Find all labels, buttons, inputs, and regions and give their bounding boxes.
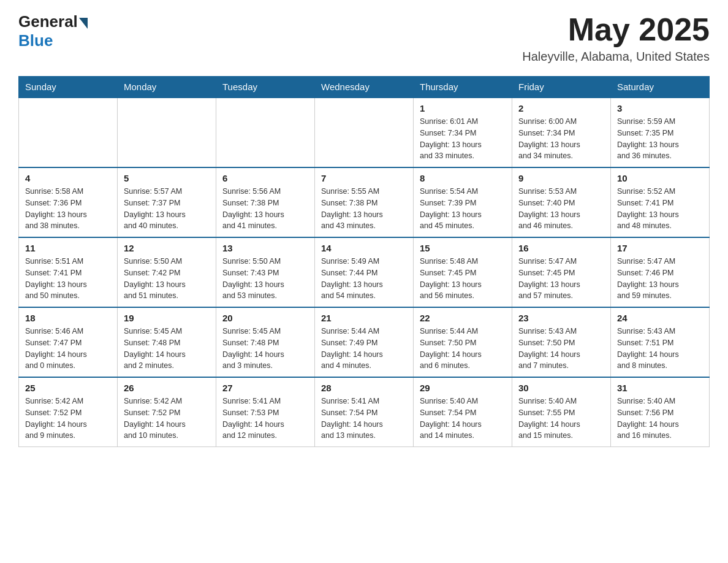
day-number: 13 [222, 243, 308, 253]
day-info: Sunrise: 5:49 AMSunset: 7:44 PMDaylight:… [321, 256, 407, 302]
day-info: Sunrise: 5:45 AMSunset: 7:48 PMDaylight:… [222, 326, 308, 372]
day-number: 12 [124, 243, 210, 253]
title-area: May 2025 Haleyville, Alabama, United Sta… [522, 12, 710, 64]
day-info: Sunrise: 5:44 AMSunset: 7:49 PMDaylight:… [321, 326, 407, 372]
calendar-day-cell [315, 98, 414, 167]
day-number: 26 [124, 383, 210, 393]
day-number: 20 [222, 313, 308, 323]
day-info: Sunrise: 5:59 AMSunset: 7:35 PMDaylight:… [617, 116, 703, 162]
day-of-week-header: Thursday [414, 77, 512, 98]
day-info: Sunrise: 5:51 AMSunset: 7:41 PMDaylight:… [25, 256, 111, 302]
day-info: Sunrise: 5:41 AMSunset: 7:53 PMDaylight:… [222, 396, 308, 442]
day-number: 21 [321, 313, 407, 323]
calendar-day-cell: 20Sunrise: 5:45 AMSunset: 7:48 PMDayligh… [216, 307, 315, 377]
day-info: Sunrise: 5:47 AMSunset: 7:45 PMDaylight:… [518, 256, 604, 302]
day-number: 29 [420, 383, 506, 393]
day-info: Sunrise: 5:46 AMSunset: 7:47 PMDaylight:… [25, 326, 111, 372]
calendar-day-cell: 8Sunrise: 5:54 AMSunset: 7:39 PMDaylight… [414, 167, 512, 237]
calendar-day-cell: 24Sunrise: 5:43 AMSunset: 7:51 PMDayligh… [611, 307, 710, 377]
calendar-day-cell: 6Sunrise: 5:56 AMSunset: 7:38 PMDaylight… [216, 167, 315, 237]
calendar-week-row: 4Sunrise: 5:58 AMSunset: 7:36 PMDaylight… [19, 167, 710, 237]
calendar-day-cell: 18Sunrise: 5:46 AMSunset: 7:47 PMDayligh… [19, 307, 118, 377]
calendar-day-cell [216, 98, 315, 167]
day-number: 16 [518, 243, 604, 253]
calendar-week-row: 1Sunrise: 6:01 AMSunset: 7:34 PMDaylight… [19, 98, 710, 167]
day-info: Sunrise: 5:40 AMSunset: 7:56 PMDaylight:… [617, 396, 703, 442]
calendar-day-cell: 15Sunrise: 5:48 AMSunset: 7:45 PMDayligh… [414, 237, 512, 307]
calendar-day-cell: 25Sunrise: 5:42 AMSunset: 7:52 PMDayligh… [19, 377, 118, 447]
calendar-day-cell: 26Sunrise: 5:42 AMSunset: 7:52 PMDayligh… [118, 377, 216, 447]
calendar-table: SundayMondayTuesdayWednesdayThursdayFrid… [18, 76, 710, 447]
day-number: 6 [222, 173, 308, 183]
calendar-day-cell: 29Sunrise: 5:40 AMSunset: 7:54 PMDayligh… [414, 377, 512, 447]
day-number: 17 [617, 243, 703, 253]
day-number: 18 [25, 313, 111, 323]
day-number: 1 [420, 103, 506, 113]
logo-blue-text: Blue [18, 31, 53, 50]
day-info: Sunrise: 5:40 AMSunset: 7:54 PMDaylight:… [420, 396, 506, 442]
day-number: 4 [25, 173, 111, 183]
day-info: Sunrise: 6:01 AMSunset: 7:34 PMDaylight:… [420, 116, 506, 162]
calendar-day-cell [19, 98, 118, 167]
day-info: Sunrise: 5:42 AMSunset: 7:52 PMDaylight:… [25, 396, 111, 442]
day-info: Sunrise: 5:44 AMSunset: 7:50 PMDaylight:… [420, 326, 506, 372]
day-info: Sunrise: 5:48 AMSunset: 7:45 PMDaylight:… [420, 256, 506, 302]
day-info: Sunrise: 5:43 AMSunset: 7:51 PMDaylight:… [617, 326, 703, 372]
day-of-week-header: Wednesday [315, 77, 414, 98]
day-info: Sunrise: 6:00 AMSunset: 7:34 PMDaylight:… [518, 116, 604, 162]
calendar-week-row: 18Sunrise: 5:46 AMSunset: 7:47 PMDayligh… [19, 307, 710, 377]
calendar-day-cell: 17Sunrise: 5:47 AMSunset: 7:46 PMDayligh… [611, 237, 710, 307]
day-of-week-header: Friday [512, 77, 611, 98]
month-year-title: May 2025 [522, 12, 710, 47]
calendar-day-cell: 3Sunrise: 5:59 AMSunset: 7:35 PMDaylight… [611, 98, 710, 167]
day-info: Sunrise: 5:40 AMSunset: 7:55 PMDaylight:… [518, 396, 604, 442]
calendar-day-cell: 28Sunrise: 5:41 AMSunset: 7:54 PMDayligh… [315, 377, 414, 447]
day-info: Sunrise: 5:55 AMSunset: 7:38 PMDaylight:… [321, 186, 407, 232]
day-info: Sunrise: 5:57 AMSunset: 7:37 PMDaylight:… [124, 186, 210, 232]
calendar-day-cell: 13Sunrise: 5:50 AMSunset: 7:43 PMDayligh… [216, 237, 315, 307]
day-number: 27 [222, 383, 308, 393]
logo-arrow-icon [79, 18, 88, 29]
location-subtitle: Haleyville, Alabama, United States [522, 50, 710, 64]
page-header: General Blue May 2025 Haleyville, Alabam… [18, 12, 710, 64]
day-info: Sunrise: 5:56 AMSunset: 7:38 PMDaylight:… [222, 186, 308, 232]
calendar-day-cell: 16Sunrise: 5:47 AMSunset: 7:45 PMDayligh… [512, 237, 611, 307]
calendar-day-cell [118, 98, 216, 167]
day-number: 8 [420, 173, 506, 183]
calendar-day-cell: 14Sunrise: 5:49 AMSunset: 7:44 PMDayligh… [315, 237, 414, 307]
calendar-day-cell: 31Sunrise: 5:40 AMSunset: 7:56 PMDayligh… [611, 377, 710, 447]
day-number: 10 [617, 173, 703, 183]
day-number: 28 [321, 383, 407, 393]
day-info: Sunrise: 5:53 AMSunset: 7:40 PMDaylight:… [518, 186, 604, 232]
calendar-day-cell: 7Sunrise: 5:55 AMSunset: 7:38 PMDaylight… [315, 167, 414, 237]
calendar-day-cell: 19Sunrise: 5:45 AMSunset: 7:48 PMDayligh… [118, 307, 216, 377]
calendar-day-cell: 30Sunrise: 5:40 AMSunset: 7:55 PMDayligh… [512, 377, 611, 447]
day-info: Sunrise: 5:42 AMSunset: 7:52 PMDaylight:… [124, 396, 210, 442]
day-number: 25 [25, 383, 111, 393]
calendar-day-cell: 27Sunrise: 5:41 AMSunset: 7:53 PMDayligh… [216, 377, 315, 447]
day-of-week-header: Tuesday [216, 77, 315, 98]
day-info: Sunrise: 5:54 AMSunset: 7:39 PMDaylight:… [420, 186, 506, 232]
day-number: 15 [420, 243, 506, 253]
day-number: 3 [617, 103, 703, 113]
day-number: 23 [518, 313, 604, 323]
day-info: Sunrise: 5:41 AMSunset: 7:54 PMDaylight:… [321, 396, 407, 442]
calendar-day-cell: 10Sunrise: 5:52 AMSunset: 7:41 PMDayligh… [611, 167, 710, 237]
day-number: 7 [321, 173, 407, 183]
day-number: 22 [420, 313, 506, 323]
day-info: Sunrise: 5:52 AMSunset: 7:41 PMDaylight:… [617, 186, 703, 232]
calendar-day-cell: 11Sunrise: 5:51 AMSunset: 7:41 PMDayligh… [19, 237, 118, 307]
day-info: Sunrise: 5:50 AMSunset: 7:42 PMDaylight:… [124, 256, 210, 302]
calendar-day-cell: 2Sunrise: 6:00 AMSunset: 7:34 PMDaylight… [512, 98, 611, 167]
day-of-week-header: Saturday [611, 77, 710, 98]
calendar-day-cell: 5Sunrise: 5:57 AMSunset: 7:37 PMDaylight… [118, 167, 216, 237]
day-info: Sunrise: 5:47 AMSunset: 7:46 PMDaylight:… [617, 256, 703, 302]
calendar-day-cell: 4Sunrise: 5:58 AMSunset: 7:36 PMDaylight… [19, 167, 118, 237]
day-info: Sunrise: 5:50 AMSunset: 7:43 PMDaylight:… [222, 256, 308, 302]
day-number: 11 [25, 243, 111, 253]
day-info: Sunrise: 5:58 AMSunset: 7:36 PMDaylight:… [25, 186, 111, 232]
calendar-day-cell: 12Sunrise: 5:50 AMSunset: 7:42 PMDayligh… [118, 237, 216, 307]
day-number: 19 [124, 313, 210, 323]
day-number: 31 [617, 383, 703, 393]
day-number: 14 [321, 243, 407, 253]
